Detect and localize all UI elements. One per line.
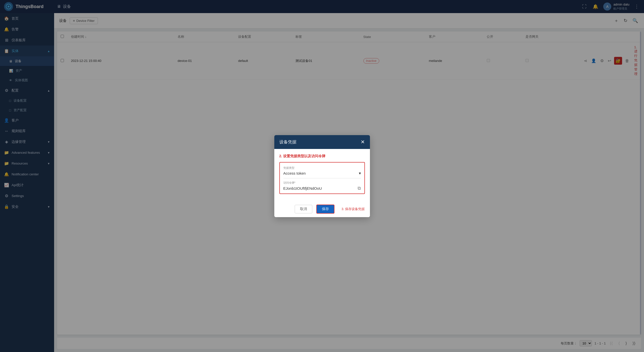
token-value: EJonb1tOUftfjENdOoU — [283, 186, 356, 190]
credentials-modal: 设备凭据 ✕ 2. 设置凭据类型以及访问令牌 凭据类型 Access token… — [274, 135, 370, 217]
token-field: 访问令牌* EJonb1tOUftfjENdOoU ⧉ — [283, 181, 361, 191]
token-row: EJonb1tOUftfjENdOoU ⧉ — [283, 186, 361, 191]
credential-type-wrapper: Access token X.509 Certificate MQTT Basi… — [283, 171, 361, 176]
modal-step-annotation: 2. 设置凭据类型以及访问令牌 — [279, 154, 365, 159]
modal-footer: 取消 保存 3. 保存设备凭据 — [274, 201, 370, 217]
modal-overlay: 设备凭据 ✕ 2. 设置凭据类型以及访问令牌 凭据类型 Access token… — [0, 0, 644, 352]
credential-type-select[interactable]: Access token X.509 Certificate MQTT Basi… — [283, 171, 359, 175]
modal-close-button[interactable]: ✕ — [361, 139, 365, 144]
token-label: 访问令牌* — [283, 181, 361, 185]
cancel-button[interactable]: 取消 — [295, 205, 312, 213]
modal-body: 2. 设置凭据类型以及访问令牌 凭据类型 Access token X.509 … — [274, 149, 370, 201]
credentials-field-group: 凭据类型 Access token X.509 Certificate MQTT… — [279, 162, 365, 194]
credential-type-field: 凭据类型 Access token X.509 Certificate MQTT… — [283, 166, 361, 176]
modal-header: 设备凭据 ✕ — [274, 135, 370, 149]
save-annotation: 3. 保存设备凭据 — [342, 207, 365, 211]
modal-title: 设备凭据 — [279, 139, 296, 145]
modal-footer-right: 取消 保存 3. 保存设备凭据 — [295, 205, 365, 214]
field-divider — [283, 178, 361, 178]
select-chevron-icon: ▾ — [359, 171, 361, 176]
copy-token-button[interactable]: ⧉ — [358, 186, 361, 191]
save-button[interactable]: 保存 — [316, 205, 334, 214]
credential-type-label: 凭据类型 — [283, 166, 361, 170]
